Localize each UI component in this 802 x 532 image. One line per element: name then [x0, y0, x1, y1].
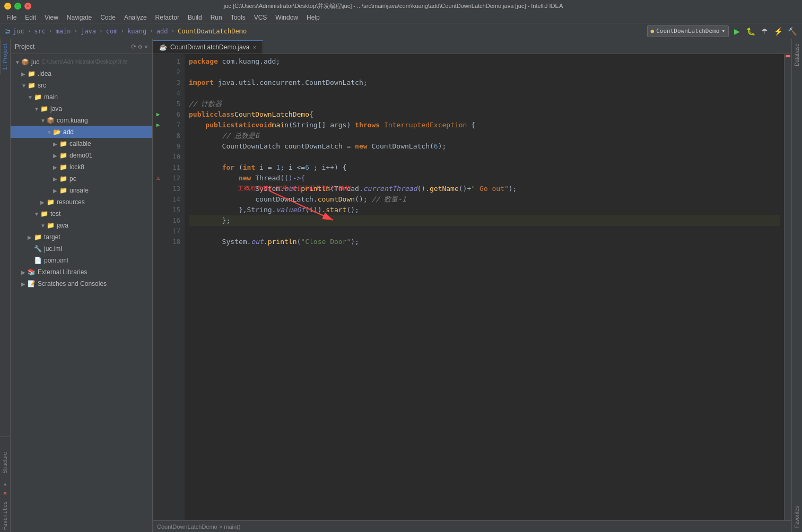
right-gutter: [784, 54, 791, 520]
code-line-6: public class CountDownLatchDemo {: [189, 109, 780, 120]
settings-icon[interactable]: ⚙: [138, 43, 142, 50]
tab-countdownlatchdemo[interactable]: ☕ CountDownLatchDemo.java ×: [153, 40, 263, 54]
menu-vcs[interactable]: VCS: [250, 13, 272, 22]
gutter-12-warn: ⚠: [153, 173, 163, 184]
breadcrumb-com[interactable]: com: [106, 28, 118, 35]
gutter-5: [153, 99, 163, 109]
menu-view[interactable]: View: [40, 13, 63, 22]
tree-pom-xml[interactable]: 📄 pom.xml: [11, 255, 152, 266]
file-tree: ▼ 📦 juc C:\Users\Administrator\Desktop\并…: [11, 54, 152, 532]
project-panel: Project ⟳ ⚙ × ▼ 📦 juc C:\Users\Administr…: [11, 39, 153, 532]
code-area[interactable]: ▶ ▶ ⚠ 12345 678910 1112131415 161718: [153, 54, 791, 520]
gutter-16: [153, 215, 163, 226]
menu-analyze[interactable]: Analyze: [120, 13, 151, 22]
tab-close-icon[interactable]: ×: [252, 44, 256, 50]
editor-breadcrumb: CountDownLatchDemo > main(): [153, 520, 791, 532]
code-line-2: [189, 67, 780, 77]
gutter-6-run[interactable]: ▶: [153, 109, 163, 120]
breadcrumb-java[interactable]: java: [81, 28, 96, 35]
debug-button[interactable]: 🐛: [745, 25, 756, 37]
breadcrumb-file[interactable]: CountDownLatchDemo: [178, 28, 247, 35]
run-config-selector[interactable]: ● CountDownLatchDemo ▾: [647, 25, 729, 37]
tree-unsafe[interactable]: ▶ 📁 unsafe: [11, 185, 152, 196]
tree-pc[interactable]: ▶ 📁 pc: [11, 173, 152, 185]
code-line-12: new Thread(()->{: [189, 173, 780, 184]
menu-refactor[interactable]: Refactor: [151, 13, 184, 22]
favorites-tab[interactable]: Favorites: [792, 502, 801, 532]
tree-lock8[interactable]: ▶ 📁 lock8: [11, 161, 152, 173]
menu-run[interactable]: Run: [206, 13, 226, 22]
menu-help[interactable]: Help: [302, 13, 324, 22]
code-line-18: System.out.println("Close Door");: [189, 237, 780, 247]
breadcrumb-kuang[interactable]: kuang: [127, 28, 146, 35]
menu-build[interactable]: Build: [184, 13, 206, 22]
toolbar: 🗂 juc › src › main › java › com › kuang …: [0, 23, 802, 39]
menu-navigate[interactable]: Navigate: [63, 13, 96, 22]
tree-scratches[interactable]: ▶ 📝 Scratches and Consoles: [11, 278, 152, 290]
project-panel-header: Project ⟳ ⚙ ×: [11, 39, 152, 54]
close-button[interactable]: ✕: [24, 3, 31, 10]
gutter-4: [153, 88, 163, 99]
gutter-7-run[interactable]: ▶: [153, 120, 163, 130]
tree-src[interactable]: ▼ 📁 src: [11, 80, 152, 91]
tree-java[interactable]: ▼ 📁 java: [11, 103, 152, 115]
main-layout: 1: Project Project ⟳ ⚙ × ▼ 📦 juc C:\User…: [0, 39, 802, 532]
side-tabs-right: Database Favorites: [791, 39, 802, 532]
editor-panel: ☕ CountDownLatchDemo.java × ▶ ▶ ⚠: [153, 39, 791, 532]
tree-external-libraries[interactable]: ▶ 📚 External Libraries: [11, 266, 152, 278]
code-editor[interactable]: package com.kuang.add; import java.util.…: [185, 54, 784, 520]
gutter-3: [153, 77, 163, 88]
gutter-9: [153, 141, 163, 152]
tree-add[interactable]: ▼ 📂 add: [11, 126, 152, 138]
bottom-close-icon[interactable]: ×: [3, 490, 7, 497]
run-button[interactable]: ▶: [731, 25, 743, 37]
tree-target[interactable]: ▶ 📁 target: [11, 231, 152, 243]
tree-demo01[interactable]: ▶ 📁 demo01: [11, 150, 152, 161]
menu-file[interactable]: File: [2, 13, 21, 22]
menu-bar: File Edit View Navigate Code Analyze Ref…: [0, 12, 802, 23]
build-button[interactable]: 🔨: [786, 25, 798, 37]
code-line-5: // 计数器: [189, 99, 780, 109]
tree-juc[interactable]: ▼ 📦 juc C:\Users\Administrator\Desktop\并…: [11, 56, 152, 68]
tab-icon: ☕: [159, 43, 167, 51]
sync-icon[interactable]: ⟳: [131, 43, 136, 50]
tree-test-java[interactable]: ▼ 📁 java: [11, 220, 152, 231]
tree-com-kuang[interactable]: ▼ 📦 com.kuang: [11, 115, 152, 126]
bottom-star-icon[interactable]: ★: [3, 480, 7, 487]
breadcrumb-src[interactable]: src: [34, 28, 46, 35]
tree-juc-iml[interactable]: 🔧 juc.iml: [11, 243, 152, 255]
gutter-8: [153, 130, 163, 141]
breadcrumb-add[interactable]: add: [156, 28, 168, 35]
gutter: ▶ ▶ ⚠: [153, 54, 163, 520]
close-panel-icon[interactable]: ×: [144, 43, 148, 50]
gutter-10: [153, 152, 163, 162]
favorites-bottom-tab[interactable]: Favorites: [2, 501, 8, 530]
breadcrumb-main[interactable]: main: [56, 28, 71, 35]
tree-resources[interactable]: ▶ 📁 resources: [11, 196, 152, 208]
project-tab[interactable]: 1: Project: [0, 39, 10, 74]
menu-code[interactable]: Code: [96, 13, 120, 22]
tree-idea[interactable]: ▶ 📁 .idea: [11, 68, 152, 80]
breadcrumb-juc[interactable]: juc: [13, 28, 24, 35]
editor-tab-bar: ☕ CountDownLatchDemo.java ×: [153, 39, 791, 54]
left-bottom-tabs: Structure ★ × Favorites: [0, 437, 11, 532]
tree-test[interactable]: ▼ 📁 test: [11, 208, 152, 220]
menu-window[interactable]: Window: [271, 13, 302, 22]
line-numbers: 12345 678910 1112131415 161718: [163, 54, 185, 520]
menu-tools[interactable]: Tools: [226, 13, 250, 22]
gutter-1: [153, 56, 163, 67]
tab-label: CountDownLatchDemo.java: [170, 43, 249, 51]
tree-main[interactable]: ▼ 📁 main: [11, 91, 152, 103]
tree-callable[interactable]: ▶ 📁 callable: [11, 138, 152, 150]
structure-tab[interactable]: Structure: [1, 448, 10, 478]
title-bar: — □ ✕ juc [C:\Users\Administrator\Deskto…: [0, 0, 802, 12]
maximize-button[interactable]: □: [14, 3, 21, 10]
gutter-13: [153, 184, 163, 194]
code-line-4: [189, 88, 780, 99]
menu-edit[interactable]: Edit: [21, 13, 40, 22]
run-with-coverage-button[interactable]: ☂: [759, 25, 770, 37]
profile-button[interactable]: ⚡: [772, 25, 784, 37]
code-line-14: countDownLatch.countDown(); // 数量-1: [189, 194, 780, 205]
database-tab[interactable]: Database: [792, 39, 801, 71]
minimize-button[interactable]: —: [4, 3, 11, 10]
